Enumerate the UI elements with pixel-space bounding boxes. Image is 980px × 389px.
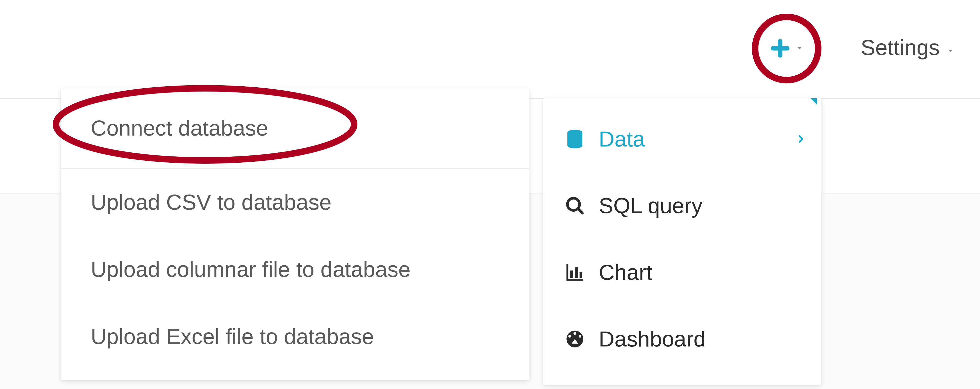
svg-rect-3	[575, 267, 578, 278]
settings-label: Settings	[861, 35, 940, 60]
submenu-item-connect-database[interactable]: Connect database	[61, 88, 530, 169]
search-icon	[563, 194, 587, 217]
svg-rect-4	[580, 273, 582, 278]
caret-down-icon	[946, 35, 955, 60]
submenu-item-label: Upload columnar file to database	[91, 257, 410, 282]
caret-down-icon	[795, 44, 804, 53]
top-bar	[0, 0, 980, 99]
submenu-item-upload-csv[interactable]: Upload CSV to database	[61, 169, 530, 236]
chart-icon	[563, 261, 587, 284]
submenu-item-label: Connect database	[91, 115, 268, 141]
chevron-right-icon	[795, 134, 807, 145]
menu-item-label: SQL query	[599, 193, 794, 218]
menu-item-sql-query[interactable]: SQL query	[543, 172, 821, 239]
dashboard-icon	[563, 328, 587, 350]
data-submenu: Connect database Upload CSV to database …	[61, 88, 530, 380]
submenu-item-upload-excel[interactable]: Upload Excel file to database	[61, 303, 530, 370]
menu-item-label: Data	[599, 126, 794, 152]
database-icon	[563, 128, 587, 150]
menu-item-label: Dashboard	[599, 326, 794, 352]
submenu-item-label: Upload Excel file to database	[91, 324, 374, 349]
menu-item-label: Chart	[599, 260, 794, 285]
submenu-item-upload-columnar[interactable]: Upload columnar file to database	[61, 236, 530, 303]
menu-item-chart[interactable]: Chart	[543, 239, 821, 306]
svg-rect-2	[570, 271, 573, 278]
menu-item-dashboard[interactable]: Dashboard	[543, 306, 821, 372]
menu-item-data[interactable]: Data	[543, 106, 821, 172]
submenu-item-label: Upload CSV to database	[91, 190, 332, 215]
plus-icon	[770, 38, 791, 60]
add-menu-dropdown: Data SQL query Chart	[543, 98, 821, 385]
add-menu-button[interactable]	[762, 33, 811, 65]
settings-button[interactable]: Settings	[854, 30, 962, 65]
add-menu-wrapper	[752, 14, 821, 83]
